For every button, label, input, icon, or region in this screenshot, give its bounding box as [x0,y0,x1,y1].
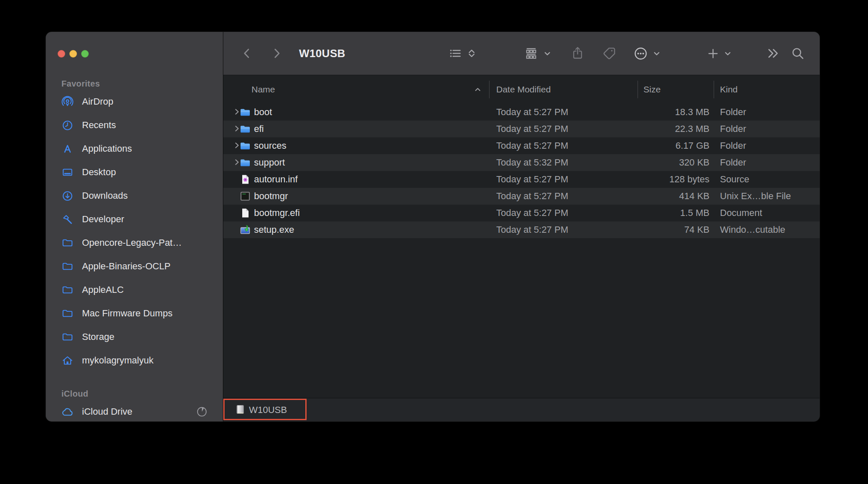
unix-file-icon [240,191,251,202]
sidebar-item-label: Mac Firmware Dumps [82,308,172,319]
finder-window: FavoritesAirDropRecentsApplicationsDeskt… [46,32,820,421]
tags-button[interactable] [599,32,619,75]
column-header-date[interactable]: Date Modified [496,75,551,104]
sidebar-section: iCloudiCloud Drive [46,387,223,421]
file-kind: Folder [720,137,816,154]
file-kind: Folder [720,121,816,137]
sidebar-item-storage[interactable]: Storage [46,325,223,349]
folder-icon [61,307,74,320]
file-kind: Source [720,171,816,188]
file-row-boot[interactable]: bootToday at 5:27 PM18.3 MBFolder [223,104,820,121]
file-kind: Document [720,205,816,221]
column-header-name[interactable]: Name [251,75,275,104]
more-toolbar-items-button[interactable] [763,32,783,75]
column-separator[interactable] [714,81,714,98]
minimize-window-button[interactable] [69,50,77,58]
main-pane: W10USB [223,32,820,421]
column-separator[interactable] [489,81,490,98]
desktop-icon [61,166,74,179]
column-separator[interactable] [638,81,638,98]
sidebar-item-downloads[interactable]: Downloads [46,184,223,208]
home-icon [61,354,74,367]
file-size: 18.3 MB [625,104,709,121]
new-item-control[interactable] [705,32,733,75]
file-row-sources[interactable]: sourcesToday at 5:27 PM6.17 GBFolder [223,137,820,154]
folder-file-icon [240,124,251,134]
file-row-bootmgr-efi[interactable]: bootmgr.efiToday at 5:27 PM1.5 MBDocumen… [223,205,820,221]
sidebar-item-label: mykolagrymalyuk [82,355,153,366]
file-size: 1.5 MB [625,205,709,221]
chevron-right-icon [270,46,284,60]
sidebar-item-label: Storage [82,331,114,342]
search-button[interactable] [788,32,808,75]
file-row-support[interactable]: supportToday at 5:32 PM320 KBFolder [223,154,820,171]
column-header-kind[interactable]: Kind [720,75,738,104]
file-name: bootmgr.efi [254,205,300,221]
sidebar-item-mykolagrymalyuk[interactable]: mykolagrymalyuk [46,349,223,372]
view-as-list-control[interactable] [445,32,478,75]
file-date-modified: Today at 5:27 PM [496,221,622,238]
appstore-icon [61,142,74,155]
back-button[interactable] [238,32,256,75]
search-icon [791,46,805,61]
file-kind: Windo…cutable [720,221,816,238]
file-name: bootmgr [254,188,288,205]
file-date-modified: Today at 5:27 PM [496,188,622,205]
more-actions-control[interactable] [630,32,663,75]
share-icon [570,46,585,61]
sidebar-item-opencore-legacy-pat[interactable]: Opencore-Legacy-Pat… [46,231,223,255]
forward-button[interactable] [267,32,286,75]
file-row-efi[interactable]: efiToday at 5:27 PM22.3 MBFolder [223,121,820,137]
column-header-size[interactable]: Size [643,75,661,104]
sidebar-item-label: Apple-Binaries-OCLP [82,261,170,272]
external-drive-icon [235,404,246,415]
sidebar-item-mac-firmware-dumps[interactable]: Mac Firmware Dumps [46,302,223,325]
folder-file-icon [240,157,251,168]
winexec-file-icon [240,224,251,235]
volume-name: W10USB [249,405,287,416]
group-by-control[interactable] [520,32,554,75]
file-date-modified: Today at 5:27 PM [496,205,622,221]
sidebar-item-applealc[interactable]: AppleALC [46,278,223,302]
folder-file-icon [240,107,251,118]
file-list: bootToday at 5:27 PM18.3 MBFolderefiToda… [223,104,820,238]
zoom-window-button[interactable] [81,50,89,58]
file-kind: Unix Ex…ble File [720,188,816,205]
sidebar-item-label: Developer [82,214,124,225]
file-name: autorun.inf [254,171,298,188]
sidebar-item-developer[interactable]: Developer [46,208,223,231]
sidebar-item-airdrop[interactable]: AirDrop [46,90,223,113]
chevron-down-icon [653,50,661,58]
tag-icon [602,46,617,61]
file-row-bootmgr[interactable]: bootmgrToday at 5:27 PM414 KBUnix Ex…ble… [223,188,820,205]
file-row-autorun-inf[interactable]: autorun.infToday at 5:27 PM128 bytesSour… [223,171,820,188]
chevron-down-icon [543,50,551,58]
sidebar-item-applications[interactable]: Applications [46,137,223,160]
toolbar: W10USB [223,32,820,75]
ellipsis-circle-icon [633,46,648,61]
clock-icon [61,119,74,132]
file-date-modified: Today at 5:27 PM [496,171,622,188]
traffic-lights [58,50,89,58]
sidebar-item-apple-binaries-oclp[interactable]: Apple-Binaries-OCLP [46,255,223,278]
share-button[interactable] [567,32,587,75]
folder-icon [61,331,74,344]
sidebar-section-header: iCloud [46,387,223,400]
close-window-button[interactable] [58,50,65,58]
sidebar-item-desktop[interactable]: Desktop [46,160,223,184]
list-header: Name Date Modified Size Kind [223,75,820,104]
sidebar-item-label: Recents [82,120,116,131]
sidebar-item-label: Opencore-Legacy-Pat… [82,237,182,248]
sync-progress-icon [196,405,208,418]
sidebar-section-header: Favorites [46,77,223,90]
sidebar-item-recents[interactable]: Recents [46,113,223,137]
sidebar-item-label: AirDrop [82,96,114,107]
sidebar-item-label: Desktop [82,167,116,178]
file-date-modified: Today at 5:27 PM [496,104,622,121]
file-size: 6.17 GB [625,137,709,154]
cloud-icon [61,405,74,418]
file-row-setup-exe[interactable]: setup.exeToday at 5:27 PM74 KBWindo…cuta… [223,221,820,238]
sidebar-item-icloud-drive[interactable]: iCloud Drive [46,400,223,421]
sort-ascending-icon [474,85,482,94]
file-name: sources [254,137,286,154]
